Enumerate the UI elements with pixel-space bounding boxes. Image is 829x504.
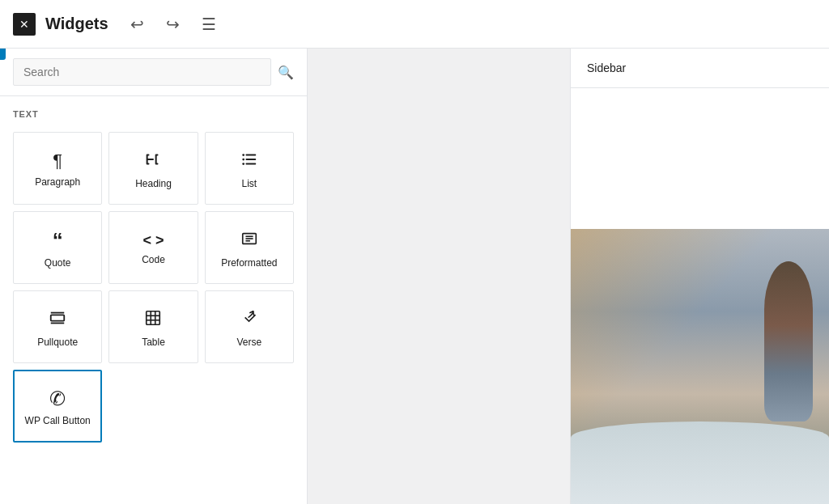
widget-item-quote[interactable]: “ Quote: [13, 211, 102, 284]
left-indicator: [0, 49, 6, 60]
menu-button[interactable]: ☰: [196, 11, 222, 37]
search-bar: 🔍: [0, 49, 307, 96]
sidebar-photo: [571, 229, 829, 504]
quote-icon: “: [53, 230, 63, 251]
widget-label-wp-call-button: WP Call Button: [25, 415, 91, 426]
widget-label-paragraph: Paragraph: [35, 176, 80, 188]
sidebar-image-container: [571, 88, 829, 504]
main-area: 🔍 TEXT ¶ Paragraph Hea: [0, 49, 829, 504]
section-label-text: TEXT: [13, 109, 294, 119]
pullquote-icon: [49, 309, 66, 330]
widget-item-table[interactable]: Table: [108, 290, 198, 363]
table-icon: [144, 309, 162, 330]
code-icon: < >: [142, 233, 164, 248]
preformatted-icon: [240, 230, 258, 251]
widget-label-preformatted: Preformatted: [221, 257, 277, 269]
search-input[interactable]: [13, 58, 271, 86]
redo-button[interactable]: ↪: [160, 11, 186, 37]
widget-panel: 🔍 TEXT ¶ Paragraph Hea: [0, 49, 308, 504]
search-icon: 🔍: [278, 66, 294, 79]
widget-item-heading[interactable]: Heading: [108, 132, 198, 205]
widget-item-wp-call-button[interactable]: ✆ WP Call Button: [13, 370, 102, 443]
svg-rect-13: [147, 311, 160, 325]
widget-item-paragraph[interactable]: ¶ Paragraph: [13, 132, 102, 205]
page-title: Widgets: [45, 15, 108, 33]
close-button[interactable]: ✕: [13, 13, 36, 36]
wp-call-button-icon: ✆: [49, 389, 66, 409]
widget-label-list: List: [241, 178, 257, 189]
heading-icon: [144, 150, 162, 172]
widget-grid: ¶ Paragraph Heading: [13, 132, 294, 363]
canvas-area: Sidebar: [308, 49, 829, 504]
top-bar: ✕ Widgets ↩ ↪ ☰: [0, 0, 829, 49]
svg-rect-10: [51, 315, 65, 320]
widget-item-pullquote[interactable]: Pullquote: [13, 290, 102, 363]
widget-label-heading: Heading: [135, 178, 172, 189]
undo-button[interactable]: ↩: [125, 11, 151, 37]
widget-item-preformatted[interactable]: Preformatted: [205, 211, 294, 284]
widget-label-table: Table: [142, 337, 165, 348]
sidebar-preview: Sidebar: [570, 49, 829, 504]
widget-item-code[interactable]: < > Code: [108, 211, 198, 284]
sidebar-title: Sidebar: [571, 49, 829, 88]
widget-label-code: Code: [142, 254, 165, 265]
verse-icon: [240, 309, 258, 330]
list-icon: [240, 150, 258, 172]
extra-widget-grid: ✆ WP Call Button: [13, 370, 294, 443]
search-button[interactable]: 🔍: [278, 65, 294, 80]
widget-list: TEXT ¶ Paragraph Heading: [0, 96, 307, 504]
widget-label-quote: Quote: [45, 257, 71, 269]
widget-label-verse: Verse: [236, 337, 261, 348]
widget-item-verse[interactable]: Verse: [205, 290, 294, 363]
widget-label-pullquote: Pullquote: [37, 337, 78, 348]
paragraph-icon: ¶: [53, 152, 62, 170]
widget-item-list[interactable]: List: [205, 132, 294, 205]
